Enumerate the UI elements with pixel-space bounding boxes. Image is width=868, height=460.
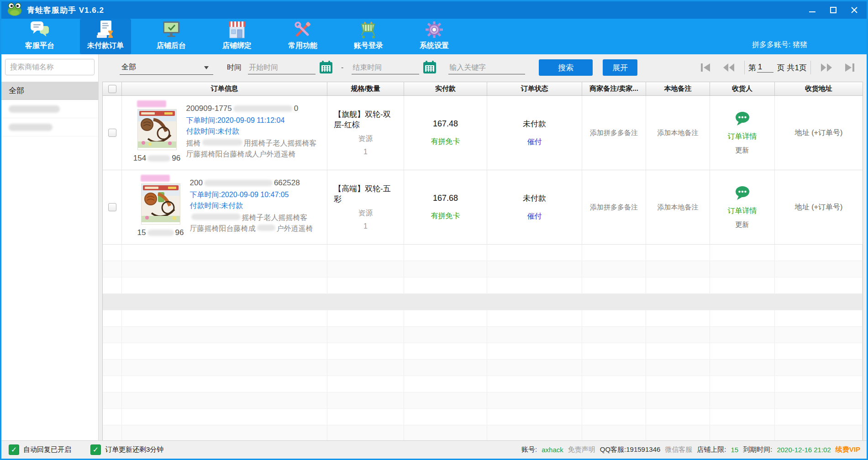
empty-cell [775, 343, 863, 359]
tab-account-login[interactable]: 账号登录 [343, 19, 394, 54]
maximize-button[interactable] [823, 1, 844, 19]
order-time: 下单时间:2020-09-09 10:47:05 [190, 189, 313, 200]
end-date-picker-button[interactable] [423, 60, 437, 75]
empty-cell [327, 261, 404, 277]
pay-time: 付款时间:未付款 [186, 126, 317, 137]
empty-cell [327, 245, 404, 261]
page-prefix: 第 [748, 63, 756, 73]
empty-cell [710, 392, 775, 408]
select-all-checkbox[interactable] [108, 85, 116, 93]
account-label: 账号: [521, 445, 537, 454]
tab-shop-backend[interactable]: 店铺后台 [146, 19, 197, 54]
last-page-icon [844, 62, 856, 73]
account-login-icon [358, 19, 379, 40]
empty-cell [487, 294, 582, 310]
empty-cell [327, 310, 404, 326]
empty-cell [582, 343, 646, 359]
tab-common-functions[interactable]: 常用功能 [277, 19, 328, 54]
redacted-digits [233, 105, 293, 112]
address-link[interactable]: 地址 (+订单号) [791, 203, 846, 212]
row-checkbox[interactable] [108, 129, 116, 137]
main-area: 全部 全部 时间 [1, 54, 867, 440]
sidebar-item-shop-redacted[interactable] [1, 118, 98, 136]
tab-unpaid-orders[interactable]: 未付款订单 [80, 19, 131, 54]
order-detail-link[interactable]: 订单详情 [728, 132, 757, 141]
empty-row [103, 277, 863, 294]
row-checkbox[interactable] [108, 203, 116, 211]
address-link[interactable]: 地址 (+订单号) [791, 128, 846, 138]
shop-filter-dropdown[interactable]: 全部 [120, 60, 213, 75]
add-merchant-note-link[interactable]: 添加拼多多备注 [590, 129, 638, 137]
main-toolbar: 客服平台 未付款订单 [1, 19, 867, 54]
tab-label: 系统设置 [420, 41, 449, 51]
close-button[interactable] [844, 1, 865, 19]
chat-bubble-icon[interactable] [734, 185, 751, 203]
prev-page-button[interactable] [722, 62, 735, 73]
auto-reply-checkbox[interactable]: ✓ [9, 444, 19, 455]
update-link[interactable]: 更新 [736, 220, 749, 229]
page-number-input[interactable]: 1 [757, 63, 773, 73]
auto-reply-toggle: ✓ 自动回复已开启 [9, 444, 71, 455]
redacted-digits [147, 230, 174, 236]
order-update-checkbox[interactable]: ✓ [90, 444, 101, 455]
disclaimer-link[interactable]: 免责声明 [568, 445, 595, 454]
tab-customer-service-platform[interactable]: 客服平台 [14, 19, 65, 54]
tab-shop-bind[interactable]: 店铺绑定 [211, 19, 263, 54]
empty-cell [710, 245, 775, 261]
empty-row [103, 327, 863, 343]
pin-card-tag: 有拼免卡 [431, 211, 460, 221]
dropdown-value: 全部 [121, 63, 136, 72]
start-date-picker-button[interactable] [319, 60, 333, 75]
order-update-label: 订单更新还剩3分钟 [105, 445, 163, 454]
tab-label: 常用功能 [288, 41, 317, 51]
wechat-service-link[interactable]: 微信客服 [665, 445, 692, 454]
empty-cell [710, 294, 775, 310]
renew-vip-link[interactable]: 续费VIP [836, 445, 860, 454]
chevron-down-icon [204, 66, 209, 72]
empty-cell [646, 310, 710, 326]
keyword-input[interactable] [448, 61, 525, 74]
empty-cell [404, 327, 487, 343]
sidebar-item-all-shops[interactable]: 全部 [1, 82, 98, 100]
chat-bubble-icon[interactable] [734, 111, 751, 128]
expand-button[interactable]: 展开 [603, 59, 637, 76]
minimize-button[interactable] [802, 1, 823, 19]
next-page-button[interactable] [820, 62, 833, 73]
tab-label: 未付款订单 [87, 41, 124, 51]
empty-cell [646, 294, 710, 310]
urge-pay-link[interactable]: 催付 [527, 137, 542, 147]
empty-cell [775, 310, 863, 326]
empty-cell [710, 360, 775, 376]
header-receiver: 收货人 [710, 82, 775, 95]
end-time-input[interactable] [352, 61, 419, 74]
empty-cell [582, 327, 646, 343]
redacted-digits [147, 155, 170, 162]
search-button[interactable]: 搜索 [539, 59, 593, 76]
urge-pay-link[interactable]: 催付 [527, 212, 542, 221]
empty-cell [710, 327, 775, 343]
add-local-note-link[interactable]: 添加本地备注 [658, 203, 699, 212]
last-page-button[interactable] [844, 62, 856, 73]
empty-cell [582, 392, 646, 408]
first-page-button[interactable] [700, 62, 711, 73]
product-image[interactable] [141, 183, 180, 225]
add-merchant-note-link[interactable]: 添加拼多多备注 [590, 203, 638, 212]
empty-cell [775, 327, 863, 343]
app-title: 青蛙客服助手 V1.6.2 [27, 5, 104, 16]
empty-cell [103, 294, 122, 310]
update-link[interactable]: 更新 [736, 146, 749, 155]
empty-cell [404, 261, 487, 277]
empty-cell [646, 277, 710, 293]
order-detail-link[interactable]: 订单详情 [728, 206, 757, 216]
add-local-note-link[interactable]: 添加本地备注 [658, 129, 699, 137]
start-time-input[interactable] [248, 61, 316, 74]
product-image[interactable] [137, 109, 177, 150]
order-status: 未付款 [523, 193, 546, 204]
sidebar-item-shop-redacted[interactable] [1, 100, 98, 118]
empty-cell [404, 277, 487, 293]
empty-cell [646, 360, 710, 376]
tab-system-settings[interactable]: 系统设置 [409, 19, 460, 54]
shop-search-input[interactable] [10, 63, 89, 71]
receiver-cell: 订单详情 更新 [710, 96, 775, 170]
paid-cell: 167.68 有拼免卡 [404, 170, 487, 244]
